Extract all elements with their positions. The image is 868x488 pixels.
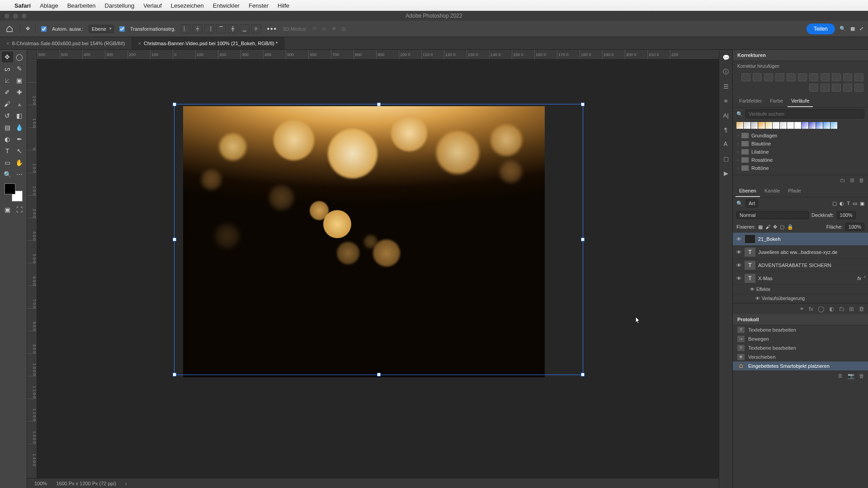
handle-tr[interactable] (581, 103, 585, 106)
adj-balance[interactable] (809, 73, 818, 81)
adj-curves[interactable] (764, 73, 773, 81)
tab-kanaele[interactable]: Kanäle (761, 185, 783, 197)
transform-selection[interactable] (174, 104, 583, 375)
layer-row[interactable]: 👁TJuweliere abc ww...badresse-xyz.de (733, 246, 868, 259)
healing-tool[interactable]: ✚ (14, 87, 25, 98)
filter-text-icon[interactable]: T (847, 201, 850, 206)
paragraph-icon[interactable]: ¶ (722, 126, 730, 134)
gradient-swatch[interactable] (780, 122, 787, 129)
adjust-icon[interactable]: ≡ (722, 97, 730, 105)
gradient-swatch[interactable] (758, 122, 765, 129)
filter-image-icon[interactable]: ▢ (832, 201, 837, 206)
path-select-tool[interactable]: ↖ (14, 145, 25, 156)
gradient-tool[interactable]: ▤ (2, 122, 13, 133)
adj-exposure[interactable] (775, 73, 784, 81)
visibility-icon[interactable]: 👁 (736, 236, 742, 242)
visibility-icon[interactable]: 👁 (736, 249, 742, 255)
layer-row[interactable]: 👁TX-Masfx ˄ (733, 272, 868, 285)
menu-hilfe[interactable]: Hilfe (278, 2, 289, 9)
new-layer-icon[interactable]: ⊞ (849, 305, 854, 312)
canvas-area[interactable]: 6005004003002001000100200300400500600700… (27, 50, 719, 488)
opacity-value[interactable]: 100% (837, 211, 856, 219)
align-top[interactable]: ▔ (216, 24, 226, 33)
gradient-folder[interactable]: ›Rottöne (736, 164, 865, 172)
new-group-icon[interactable]: 🗀 (839, 305, 844, 312)
link-icon[interactable]: ⚭ (799, 305, 804, 312)
effect-item[interactable]: 👁 Verlaufsüberlagerung (733, 294, 868, 303)
app-name[interactable]: Safari (14, 2, 31, 9)
move-tool[interactable]: ✥ (2, 52, 13, 62)
trash-icon[interactable]: 🗑 (859, 373, 864, 379)
tab-pfade[interactable]: Pfade (784, 185, 805, 197)
text-tool[interactable]: T (2, 145, 13, 156)
handle-mr[interactable] (581, 238, 585, 241)
gradient-swatch[interactable] (744, 122, 750, 129)
delete-layer-icon[interactable]: 🗑 (859, 305, 864, 312)
eraser-tool[interactable]: ◧ (14, 110, 25, 121)
filter-smart-icon[interactable]: ▣ (860, 201, 864, 206)
visibility-icon[interactable]: 👁 (736, 276, 742, 281)
handle-br[interactable] (581, 373, 585, 376)
visibility-icon[interactable]: 👁 (750, 287, 755, 292)
auto-select-checkbox[interactable] (41, 26, 47, 32)
lock-all-icon[interactable]: 🔒 (787, 224, 793, 230)
gradient-swatch[interactable] (736, 122, 743, 129)
frame-tool[interactable]: ▣ (14, 75, 25, 86)
zoom-value[interactable]: 100% (34, 481, 47, 486)
panel-protokoll[interactable]: Protokoll (733, 314, 868, 325)
new-item-icon[interactable]: ⊞ (850, 177, 854, 183)
history-row[interactable]: ⇢Bewegen (733, 334, 868, 343)
new-folder-icon[interactable]: 🗀 (840, 177, 845, 183)
fg-bg-colors[interactable] (5, 183, 23, 202)
lock-pos-icon[interactable]: ✥ (773, 224, 777, 230)
libraries-icon[interactable]: ▢ (722, 155, 730, 163)
gradient-folder[interactable]: ›Lilatöne (736, 148, 865, 156)
tab-farbe[interactable]: Farbe (766, 95, 787, 107)
properties-icon[interactable]: ☰ (722, 82, 730, 90)
menu-ablage[interactable]: Ablage (40, 2, 58, 9)
auto-select-dropdown[interactable]: Ebene (89, 25, 114, 33)
menu-verlauf[interactable]: Verlauf (143, 2, 161, 9)
history-row[interactable]: ▢Eingebettetes Smartobjekt platzieren (733, 361, 868, 371)
tab-ebenen[interactable]: Ebenen (736, 185, 760, 197)
tab-farbfelder[interactable]: Farbfelder (736, 95, 765, 107)
info-icon[interactable]: ⓘ (722, 68, 730, 76)
filter-adjust-icon[interactable]: ◐ (840, 201, 844, 206)
blur-tool[interactable]: 💧 (14, 122, 25, 133)
share-button[interactable]: Teilen (807, 23, 835, 34)
visibility-icon[interactable]: 👁 (736, 263, 742, 268)
gradient-swatch[interactable] (802, 122, 808, 129)
blend-mode-dd[interactable]: Normal (736, 211, 809, 219)
arrange-icon[interactable]: ⤢ (859, 26, 863, 32)
history-row[interactable]: TTextebene bearbeiten (733, 325, 868, 334)
chevron-right-icon[interactable]: › (125, 481, 127, 486)
lock-artboard-icon[interactable]: ▢ (780, 224, 784, 230)
distribute[interactable]: ⊪ (251, 24, 261, 33)
adj-vibrance[interactable] (787, 73, 796, 81)
align-vcenter[interactable]: ╋ (228, 24, 238, 33)
search-icon[interactable]: 🔍 (840, 26, 846, 32)
menu-entwickler[interactable]: Entwickler (213, 2, 240, 9)
hand-tool[interactable]: ✋ (14, 157, 25, 168)
gradient-swatch[interactable] (751, 122, 758, 129)
adj-gradmap[interactable] (843, 84, 852, 92)
handle-tl[interactable] (173, 103, 176, 106)
adj-poster[interactable] (821, 84, 830, 92)
doc-tab-1[interactable]: × 8-Christmas-Sale-800x600.psd bei 154% … (0, 37, 132, 49)
handle-ml[interactable] (173, 238, 176, 241)
fx-icon[interactable]: fx (809, 305, 813, 312)
layer-row[interactable]: 👁TADVENTSARABATTE SICHERN (733, 259, 868, 272)
traffic-max[interactable] (22, 14, 27, 19)
dodge-tool[interactable]: ◐ (2, 134, 13, 145)
layer-row[interactable]: 👁21_Bokeh (733, 233, 868, 246)
adj-selcolor[interactable] (854, 84, 863, 92)
traffic-min[interactable] (13, 14, 18, 19)
gradient-swatch[interactable] (823, 122, 830, 129)
tab-verlaeufe[interactable]: Verläufe (788, 95, 813, 107)
handle-bm[interactable] (377, 373, 381, 376)
adj-lookup[interactable] (854, 73, 863, 81)
adj-mixer[interactable] (843, 73, 852, 81)
new-adj-icon[interactable]: ◐ (829, 305, 834, 312)
adj-bw[interactable] (821, 73, 830, 81)
effects-row[interactable]: 👁 Effekte (733, 285, 868, 294)
